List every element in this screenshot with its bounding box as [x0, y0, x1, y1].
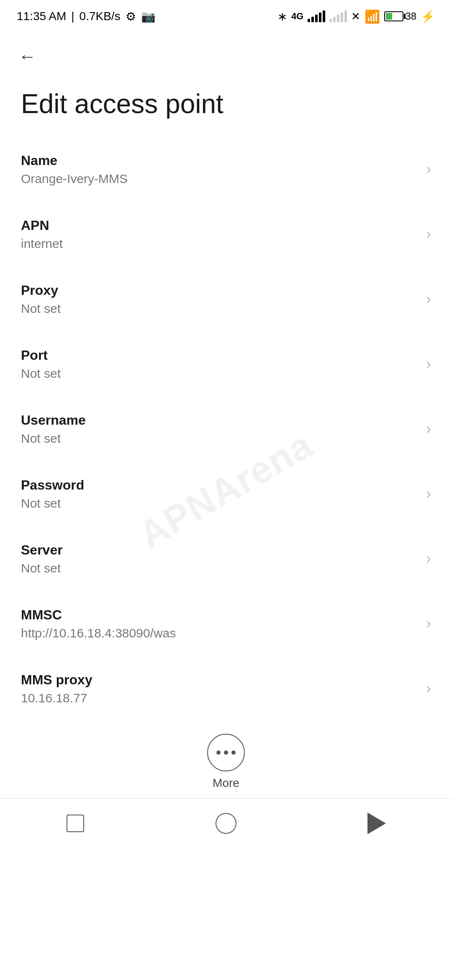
dot-2	[224, 750, 228, 755]
settings-item-mms-proxy[interactable]: MMS proxy 10.16.18.77 ›	[0, 656, 452, 721]
network-4g-icon: 4G	[291, 11, 303, 22]
signal-bar-6	[329, 19, 332, 22]
settings-value-name: Orange-Ivery-MMS	[21, 172, 418, 186]
settings-label-port: Port	[21, 348, 418, 363]
settings-value-mms-proxy: 10.16.18.77	[21, 691, 418, 705]
signal-bars-2	[329, 10, 347, 22]
battery-percent: 38	[405, 10, 416, 22]
signal-bar-8	[337, 15, 339, 22]
settings-item-apn[interactable]: APN internet ›	[0, 202, 452, 267]
battery-container: 38	[384, 10, 416, 22]
dot-1	[216, 750, 221, 755]
nav-bar	[0, 798, 452, 848]
no-signal-icon: ✕	[351, 10, 360, 23]
chevron-icon-mms-proxy: ›	[426, 680, 431, 697]
settings-item-proxy-content: Proxy Not set	[21, 283, 418, 316]
settings-label-proxy: Proxy	[21, 283, 418, 298]
settings-item-mmsc[interactable]: MMSC http://10.16.18.4:38090/was ›	[0, 591, 452, 656]
signal-bar-7	[333, 17, 336, 22]
settings-item-username-content: Username Not set	[21, 413, 418, 446]
settings-item-apn-content: APN internet	[21, 218, 418, 251]
settings-item-proxy[interactable]: Proxy Not set ›	[0, 267, 452, 332]
nav-home-button[interactable]	[205, 809, 247, 838]
more-circle-icon	[207, 734, 245, 771]
settings-item-mmsc-content: MMSC http://10.16.18.4:38090/was	[21, 607, 418, 640]
settings-value-username: Not set	[21, 431, 418, 446]
chevron-icon-mmsc: ›	[426, 615, 431, 632]
settings-label-server: Server	[21, 542, 418, 558]
signal-bar-10	[344, 10, 347, 22]
charging-icon: ⚡	[421, 10, 435, 23]
settings-item-port-content: Port Not set	[21, 348, 418, 381]
status-right-icons: ∗ 4G ✕ 📶 38 ⚡	[277, 9, 435, 24]
settings-item-port[interactable]: Port Not set ›	[0, 332, 452, 397]
nav-home-icon	[216, 813, 236, 834]
chevron-icon-server: ›	[426, 550, 431, 567]
settings-value-server: Not set	[21, 561, 418, 575]
signal-bar-2	[311, 17, 314, 22]
back-button[interactable]: ←	[13, 42, 42, 71]
settings-item-server-content: Server Not set	[21, 542, 418, 575]
bluetooth-icon: ∗	[277, 10, 287, 23]
settings-icon: ⚙	[126, 10, 136, 23]
settings-value-password: Not set	[21, 496, 418, 511]
page-title: Edit access point	[0, 80, 452, 137]
settings-item-name[interactable]: Name Orange-Ivery-MMS ›	[0, 137, 452, 202]
settings-label-mms-proxy: MMS proxy	[21, 672, 418, 688]
chevron-icon-port: ›	[426, 355, 431, 373]
time: 11:35 AM	[17, 10, 66, 23]
nav-back-icon	[367, 812, 386, 834]
settings-value-apn: internet	[21, 237, 418, 251]
chevron-icon-name: ›	[426, 160, 431, 178]
settings-item-username[interactable]: Username Not set ›	[0, 397, 452, 462]
more-button[interactable]: More	[0, 721, 452, 798]
chevron-icon-apn: ›	[426, 225, 431, 243]
settings-label-name: Name	[21, 153, 418, 168]
signal-bar-1	[308, 19, 310, 22]
status-time-speed: 11:35 AM | 0.7KB/s ⚙ 📷	[17, 10, 156, 23]
dot-3	[231, 750, 236, 755]
separator: |	[71, 10, 74, 23]
settings-item-server[interactable]: Server Not set ›	[0, 526, 452, 591]
status-bar: 11:35 AM | 0.7KB/s ⚙ 📷 ∗ 4G ✕ 📶 38	[0, 0, 452, 29]
nav-recents-icon	[67, 815, 84, 832]
battery-icon	[384, 11, 403, 21]
signal-bar-5	[323, 10, 325, 22]
more-label: More	[213, 776, 239, 790]
nav-back-button[interactable]	[356, 809, 398, 838]
settings-item-password-content: Password Not set	[21, 477, 418, 511]
camera-icon: 📷	[141, 10, 156, 23]
signal-bar-9	[341, 13, 343, 22]
more-dots-icon	[216, 750, 236, 755]
chevron-icon-proxy: ›	[426, 290, 431, 308]
nav-recents-button[interactable]	[54, 809, 96, 838]
back-arrow-icon: ←	[18, 46, 36, 67]
settings-label-username: Username	[21, 413, 418, 428]
settings-item-mms-proxy-content: MMS proxy 10.16.18.77	[21, 672, 418, 705]
settings-value-port: Not set	[21, 366, 418, 381]
data-speed: 0.7KB/s	[80, 10, 121, 23]
signal-bar-3	[315, 15, 318, 22]
wifi-icon: 📶	[365, 9, 380, 24]
chevron-icon-password: ›	[426, 485, 431, 503]
settings-label-mmsc: MMSC	[21, 607, 418, 623]
signal-bars-1	[308, 10, 325, 22]
settings-value-mmsc: http://10.16.18.4:38090/was	[21, 626, 418, 640]
signal-bar-4	[319, 13, 321, 22]
settings-label-password: Password	[21, 477, 418, 493]
settings-item-name-content: Name Orange-Ivery-MMS	[21, 153, 418, 186]
chevron-icon-username: ›	[426, 420, 431, 438]
settings-item-password[interactable]: Password Not set ›	[0, 462, 452, 526]
back-area: ←	[0, 29, 452, 80]
settings-list: Name Orange-Ivery-MMS › APN internet › P…	[0, 137, 452, 721]
settings-label-apn: APN	[21, 218, 418, 233]
battery-fill	[386, 13, 392, 20]
settings-value-proxy: Not set	[21, 302, 418, 316]
